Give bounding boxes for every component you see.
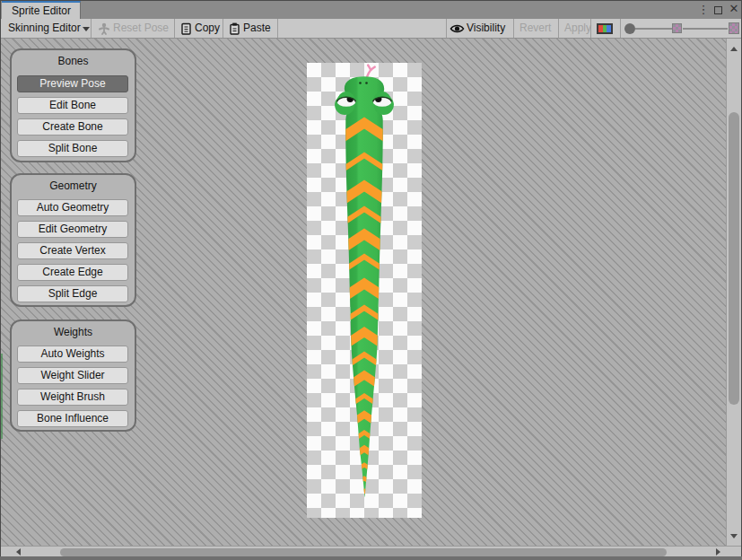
create-bone-button[interactable]: Create Bone (17, 118, 128, 136)
vertical-scrollbar[interactable] (726, 39, 741, 546)
edit-geometry-button[interactable]: Edit Geometry (17, 221, 128, 238)
revert-button[interactable]: Revert (519, 19, 551, 38)
edit-bone-button[interactable]: Edit Bone (17, 97, 128, 114)
scroll-down-icon[interactable] (730, 534, 738, 538)
apply-button[interactable]: Apply (564, 19, 591, 38)
bone-opacity-swatch[interactable] (672, 23, 682, 33)
auto-geometry-button[interactable]: Auto Geometry (17, 199, 128, 216)
copy-button[interactable]: Copy (195, 19, 220, 38)
mesh-opacity-swatch[interactable] (729, 22, 739, 34)
scroll-up-icon[interactable] (730, 47, 738, 51)
rgb-toggle-button[interactable] (597, 23, 613, 34)
horizontal-scrollbar-thumb[interactable] (60, 548, 667, 556)
scroll-left-icon[interactable] (16, 548, 21, 556)
paste-icon (229, 22, 240, 35)
window-bottom-edge (0, 556, 742, 560)
copy-icon (180, 22, 192, 35)
panel-geometry: Geometry Auto Geometry Edit Geometry Cre… (10, 173, 136, 307)
opacity-slider-track[interactable] (635, 28, 672, 30)
snake-tongue (367, 66, 375, 78)
panel-weights: Weights Auto Weights Weight Slider Weigh… (10, 319, 136, 432)
sprite-editor-window: Sprite Editor ⋮ ✕ Skinning Editor Reset … (0, 0, 742, 560)
horizontal-scrollbar[interactable] (1, 546, 741, 556)
reset-pose-icon (98, 22, 110, 35)
weight-brush-button[interactable]: Weight Brush (17, 389, 128, 406)
paste-button[interactable]: Paste (243, 19, 271, 38)
bone-influence-button[interactable]: Bone Influence (17, 410, 128, 427)
scroll-right-icon[interactable] (716, 548, 720, 556)
panel-title: Bones (12, 55, 135, 67)
split-bone-button[interactable]: Split Bone (17, 140, 128, 157)
weight-slider-button[interactable]: Weight Slider (17, 367, 128, 384)
close-icon[interactable]: ✕ (727, 2, 741, 16)
maximize-icon[interactable] (714, 6, 722, 14)
vertical-scrollbar-thumb[interactable] (729, 112, 739, 405)
tab-bar: Sprite Editor ⋮ ✕ (1, 1, 741, 19)
tab-title: Sprite Editor (12, 4, 71, 17)
tab-sprite-editor[interactable]: Sprite Editor (2, 1, 81, 19)
edge-artifact (1, 354, 3, 439)
preview-pose-button[interactable]: Preview Pose (17, 75, 128, 92)
window-menu-icon[interactable]: ⋮ (696, 3, 711, 17)
opacity-slider-handle[interactable] (624, 23, 635, 34)
panel-title: Weights (12, 326, 135, 338)
auto-weights-button[interactable]: Auto Weights (17, 346, 128, 363)
create-edge-button[interactable]: Create Edge (17, 264, 128, 281)
snake-sprite (307, 63, 422, 518)
visibility-icon (450, 23, 465, 34)
reset-pose-button[interactable]: Reset Pose (113, 19, 169, 38)
panel-bones: Bones Preview Pose Edit Bone Create Bone… (10, 48, 136, 162)
panel-title: Geometry (12, 179, 135, 192)
split-edge-button[interactable]: Split Edge (17, 285, 128, 302)
visibility-button[interactable]: Visibility (467, 19, 505, 38)
sprite-view[interactable] (307, 63, 422, 518)
create-vertex-button[interactable]: Create Vertex (17, 242, 128, 259)
toolbar: Skinning Editor Reset Pose Copy Paste Vi… (1, 19, 741, 39)
skinning-editor-dropdown[interactable]: Skinning Editor (8, 19, 81, 38)
chevron-down-icon (83, 27, 90, 31)
opacity-slider-track2[interactable] (683, 28, 728, 30)
